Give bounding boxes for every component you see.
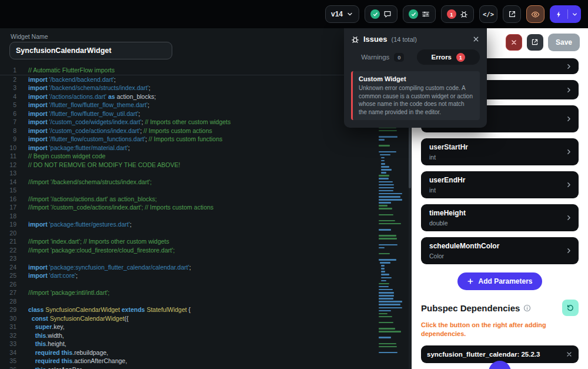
code-line[interactable]: 13: [0, 169, 376, 178]
code-line[interactable]: 36 this.colorAppBar,: [0, 365, 376, 369]
open-external-icon: [508, 10, 516, 18]
code-line[interactable]: 12// DO NOT REMOVE OR MODIFY THE CODE AB…: [0, 161, 376, 169]
pubspec-title: Pubspec Dependencies: [421, 303, 531, 313]
widget-name-label: Widget Name: [11, 33, 48, 40]
add-parameters-label: Add Parameters: [478, 277, 532, 285]
code-line[interactable]: 16//import '/actions/actions.dart' as ac…: [0, 195, 376, 204]
version-selector[interactable]: v14: [325, 5, 359, 23]
warnings-label: Warnings: [361, 54, 389, 61]
add-parameters-button[interactable]: Add Parameters: [457, 272, 542, 290]
check-circle-icon: [409, 9, 418, 19]
code-line[interactable]: 10import 'package:flutter/material.dart'…: [0, 144, 376, 152]
save-button[interactable]: Save: [548, 34, 580, 51]
code-line[interactable]: 4import '/actions/actions.dart' as actio…: [0, 92, 376, 101]
code-line[interactable]: 26: [0, 280, 376, 289]
code-line[interactable]: 19import 'package:flutter/gestures.dart'…: [0, 220, 376, 229]
pubspec-section-header: Pubspec Dependencies: [421, 300, 579, 316]
lightning-icon: [550, 11, 567, 18]
code-line[interactable]: 30 const SyncfusionCalendarWidget({: [0, 314, 376, 323]
errors-label: Errors: [431, 54, 452, 61]
code-line[interactable]: 3import '/backend/schema/structs/index.d…: [0, 84, 376, 92]
issue-item[interactable]: Custom Widget Unknown error compiling cu…: [351, 71, 480, 120]
code-line[interactable]: 34 required this.rebuildpage,: [0, 348, 376, 357]
close-icon[interactable]: [472, 35, 480, 43]
open-code-external-button[interactable]: [527, 34, 543, 51]
code-line[interactable]: 23: [0, 254, 376, 263]
code-line[interactable]: 27//import 'package:intl/intl.dart';: [0, 288, 376, 297]
code-line[interactable]: 11// Begin custom widget code: [0, 152, 376, 161]
run-button[interactable]: [550, 5, 581, 23]
code-lines[interactable]: 1// Automatic FlutterFlow imports2import…: [0, 66, 376, 369]
dependency-label: syncfusion_flutter_calendar: 25.2.3: [427, 351, 540, 358]
topbar: v14 1 </>: [0, 0, 588, 28]
code-line[interactable]: 7import '/custom_code/widgets/index.dart…: [0, 118, 376, 127]
warnings-count-badge: 0: [394, 53, 404, 62]
issues-title: Issues: [363, 35, 387, 44]
pubspec-hint: Click the button on the right after addi…: [421, 321, 562, 338]
code-line[interactable]: 24import 'package:syncfusion_flutter_cal…: [0, 263, 376, 272]
tab-errors[interactable]: Errors 1: [417, 49, 480, 65]
code-line[interactable]: 2import '/backend/backend.dart';: [0, 75, 376, 84]
toggle-preview-button[interactable]: [526, 5, 544, 23]
code-line[interactable]: 1// Automatic FlutterFlow imports: [0, 66, 376, 75]
code-icon: </>: [483, 11, 494, 18]
code-line[interactable]: 8import '/custom_code/actions/index.dart…: [0, 127, 376, 135]
app-root: v14 1 </> Widget Name: [0, 0, 588, 369]
message-icon: [383, 10, 392, 18]
open-external-button[interactable]: [503, 5, 521, 23]
code-line[interactable]: 32 this.width,: [0, 331, 376, 340]
chevron-right-icon: [565, 214, 573, 222]
code-line[interactable]: 6import '/flutter_flow/flutter_flow_util…: [0, 109, 376, 118]
tab-warnings[interactable]: Warnings 0: [351, 49, 415, 65]
errors-count-badge: 1: [456, 53, 465, 62]
code-line[interactable]: 17//import '/custom_code/actions/index.d…: [0, 203, 376, 212]
close-icon: [510, 39, 517, 46]
code-line[interactable]: 25import 'dart:core';: [0, 271, 376, 280]
view-code-button[interactable]: </>: [479, 5, 497, 23]
code-line[interactable]: 22//import 'package:cloud_firestore/clou…: [0, 246, 376, 255]
version-label: v14: [331, 10, 343, 18]
code-line[interactable]: 35 required this.actionAfterChange,: [0, 357, 376, 365]
parameter-card[interactable]: scheduleMonthColor Color: [421, 237, 579, 264]
parameter-card[interactable]: userStartHr int: [421, 138, 579, 165]
status-pill-checks[interactable]: [403, 5, 436, 23]
chevron-down-icon: [346, 11, 353, 18]
status-pill-issues[interactable]: 1: [441, 5, 474, 23]
issue-item-title: Custom Widget: [359, 75, 474, 82]
chevron-right-icon: [565, 181, 573, 189]
parameter-name: userEndHr: [429, 176, 570, 184]
code-line[interactable]: 20: [0, 229, 376, 238]
issues-popup-header: Issues (14 total): [344, 28, 487, 49]
code-line[interactable]: 21//import 'index.dart'; // Imports othe…: [0, 237, 376, 246]
parameter-name: userStartHr: [429, 143, 570, 151]
issues-tabs: Warnings 0 Errors 1: [351, 49, 480, 65]
code-line[interactable]: 31 super.key,: [0, 323, 376, 331]
info-icon[interactable]: [523, 304, 531, 312]
delete-widget-button[interactable]: [506, 34, 522, 51]
parameter-type: int: [429, 154, 570, 161]
refresh-dependencies-button[interactable]: [562, 300, 579, 316]
code-line[interactable]: 28: [0, 297, 376, 306]
check-circle-icon: [370, 9, 380, 19]
code-line[interactable]: 5import '/flutter_flow/flutter_flow_them…: [0, 101, 376, 109]
code-line[interactable]: 14//import '/backend/schema/structs/inde…: [0, 178, 376, 187]
chevron-down-icon[interactable]: [568, 11, 581, 18]
bug-icon: [460, 10, 468, 18]
code-line[interactable]: 33 this.height,: [0, 340, 376, 348]
parameter-name: scheduleMonthColor: [429, 242, 570, 250]
issues-popup: Issues (14 total) Warnings 0 Errors 1 Cu…: [344, 28, 487, 128]
code-line[interactable]: 29class SyncfusionCalendarWidget extends…: [0, 305, 376, 314]
parameter-card[interactable]: userEndHr int: [421, 171, 579, 198]
parameter-type: double: [429, 220, 570, 227]
code-line[interactable]: 18: [0, 212, 376, 221]
status-pill-comments[interactable]: [365, 5, 397, 23]
remove-dependency-icon[interactable]: [566, 351, 573, 358]
sliders-icon: [422, 10, 430, 18]
parameter-name: timeHeight: [429, 209, 570, 217]
eye-icon: [531, 10, 540, 19]
widget-name-input[interactable]: [9, 42, 172, 59]
parameter-card[interactable]: timeHeight double: [421, 204, 579, 231]
code-line[interactable]: 9import '/flutter_flow/custom_functions.…: [0, 135, 376, 144]
plus-icon: [467, 278, 474, 285]
code-line[interactable]: 15: [0, 186, 376, 195]
